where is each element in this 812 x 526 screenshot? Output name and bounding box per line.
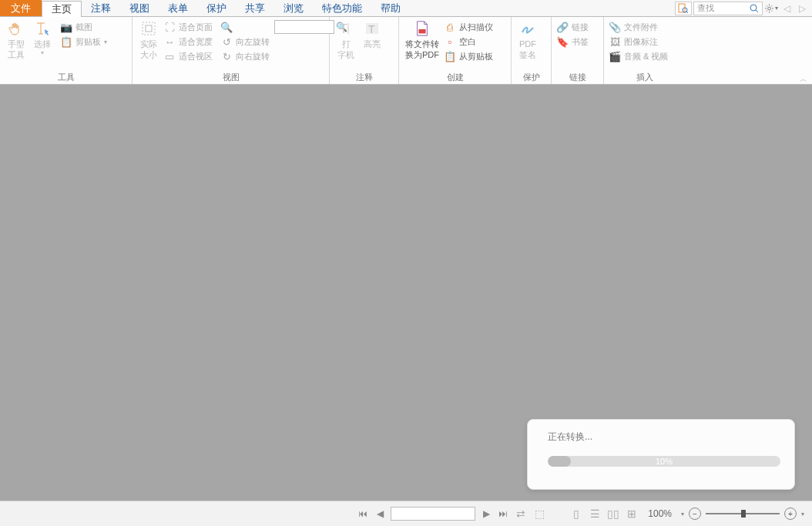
bookmark-label: 书签: [572, 36, 589, 48]
menu-tab-share[interactable]: 共享: [236, 0, 274, 16]
group-label-view: 视图: [136, 70, 326, 84]
gear-icon: [764, 3, 774, 14]
fit-page-label: 适合页面: [179, 22, 213, 33]
zoom-dropdown-icon[interactable]: ▾: [681, 511, 684, 518]
prev-page-button[interactable]: ◀: [374, 508, 386, 520]
nav-back-button[interactable]: ◁: [780, 2, 794, 15]
rotate-right-icon: ↻: [220, 50, 233, 62]
fit-width-button[interactable]: ↔适合宽度: [162, 35, 214, 49]
zoom-menu-icon[interactable]: ▾: [801, 511, 804, 518]
rotate-left-button[interactable]: ↺向左旋转: [219, 35, 271, 49]
document-workspace: 正在转换... 10%: [0, 85, 812, 501]
svg-point-5: [768, 7, 771, 10]
fit-visible-button[interactable]: ▭适合视区: [162, 49, 214, 63]
chevron-down-icon: ▾: [41, 49, 44, 57]
zoom-slider[interactable]: [706, 508, 780, 519]
bookmark-button[interactable]: 🔖书签: [555, 35, 590, 49]
continuous-button[interactable]: ☰: [588, 507, 602, 521]
group-label-links: 链接: [555, 70, 600, 84]
audio-video-button[interactable]: 🎬音频 & 视频: [607, 49, 669, 63]
svg-line-4: [756, 10, 758, 12]
menu-tab-protect[interactable]: 保护: [197, 0, 236, 16]
link-button[interactable]: 🔗链接: [555, 20, 590, 34]
menu-tab-view[interactable]: 视图: [120, 0, 159, 16]
scanner-icon: ⎙: [444, 21, 456, 33]
fit-page-button[interactable]: ⛶适合页面: [162, 20, 214, 34]
pdf-sign-button[interactable]: PDF 签名: [515, 18, 541, 62]
advanced-search-button[interactable]: [675, 2, 692, 15]
single-page-button[interactable]: ▯: [569, 507, 583, 521]
hand-tool-button[interactable]: 手型 工具: [3, 18, 29, 62]
screenshot-label: 截图: [75, 22, 92, 33]
menu-bar: 文件 主页 注释 视图 表单 保护 共享 浏览 特色功能 帮助 查找 ▾ ◁ ▷: [0, 0, 812, 17]
svg-rect-7: [146, 25, 152, 32]
reading-mode-button[interactable]: ⬚: [532, 507, 546, 521]
search-doc-icon: [678, 3, 689, 14]
clipboard-button[interactable]: 📋剪贴板▾: [59, 35, 109, 49]
actual-size-button[interactable]: 实际 大小: [136, 18, 162, 62]
from-clipboard-button[interactable]: 📋从剪贴板: [442, 49, 495, 63]
from-scanner-button[interactable]: ⎙从扫描仪: [442, 20, 495, 34]
blank-label: 空白: [459, 36, 476, 48]
zoom-combo[interactable]: [274, 20, 334, 34]
zoom-out-button[interactable]: −: [689, 508, 701, 520]
svg-rect-12: [418, 29, 425, 33]
rotate-right-button[interactable]: ↻向右旋转: [219, 49, 271, 63]
menu-tab-special[interactable]: 特色功能: [313, 0, 371, 16]
ribbon-collapse-button[interactable]: ︿: [800, 74, 807, 85]
typewriter-button[interactable]: T 打 字机: [333, 18, 359, 62]
select-tool-button[interactable]: 选择 ▾: [29, 18, 55, 59]
pdf-file-icon: [414, 20, 431, 37]
chevron-up-icon: ︿: [800, 75, 807, 83]
blank-button[interactable]: ▫空白: [442, 35, 495, 49]
zoom-slider-thumb[interactable]: [741, 510, 746, 518]
group-label-create: 创建: [402, 70, 508, 84]
next-page-icon: ▶: [483, 508, 490, 519]
highlight-icon: T: [364, 20, 381, 37]
settings-button[interactable]: ▾: [764, 2, 778, 15]
page-number-combo[interactable]: [391, 507, 475, 521]
last-page-icon: ⏭: [498, 508, 508, 519]
reflow-button[interactable]: ⇄: [514, 507, 528, 521]
menu-tab-form[interactable]: 表单: [159, 0, 197, 16]
progress-percent: 10%: [548, 456, 780, 467]
svg-line-2: [686, 12, 688, 13]
last-page-button[interactable]: ⏭: [497, 508, 509, 520]
svg-text:T: T: [340, 22, 347, 35]
chevron-down-icon: ▾: [775, 5, 778, 12]
menu-file[interactable]: 文件: [0, 0, 42, 16]
zoom-out-button[interactable]: 🔍: [219, 20, 271, 34]
typewriter-label: 打 字机: [337, 39, 354, 61]
menu-tab-help[interactable]: 帮助: [371, 0, 410, 16]
menu-tab-browse[interactable]: 浏览: [274, 0, 313, 16]
first-page-button[interactable]: ⏮: [357, 508, 369, 520]
nav-forward-button[interactable]: ▷: [795, 2, 809, 15]
fit-width-label: 适合宽度: [179, 36, 213, 48]
continuous-facing-button[interactable]: ⊞: [625, 507, 639, 521]
ribbon-group-links: 🔗链接 🔖书签 链接: [552, 17, 604, 84]
zoom-level-text: 100%: [643, 508, 676, 519]
ribbon-group-annotate: T 打 字机 T 高亮 注释: [330, 17, 399, 84]
facing-button[interactable]: ▯▯: [606, 507, 620, 521]
svg-point-3: [750, 5, 757, 11]
next-page-button[interactable]: ▶: [480, 508, 492, 520]
ribbon-group-tools: 手型 工具 选择 ▾ 📷截图 📋剪贴板▾ 工具: [0, 17, 133, 84]
file-attachment-button[interactable]: 📎文件附件: [607, 20, 669, 34]
search-input[interactable]: 查找: [693, 2, 763, 15]
group-label-annotate: 注释: [333, 70, 395, 84]
menu-tab-home[interactable]: 主页: [42, 1, 82, 17]
screenshot-button[interactable]: 📷截图: [59, 20, 109, 34]
convert-to-pdf-button[interactable]: 将文件转 换为PDF: [402, 18, 442, 62]
facing-icon: ▯▯: [607, 508, 619, 520]
highlight-button[interactable]: T 高亮: [359, 18, 385, 51]
single-page-icon: ▯: [573, 508, 579, 520]
menu-tab-annotate[interactable]: 注释: [82, 0, 120, 16]
clipboard-icon: 📋: [60, 35, 72, 48]
clipboard-pdf-icon: 📋: [444, 50, 456, 62]
zoom-in-button[interactable]: +: [784, 508, 797, 520]
image-annotation-button[interactable]: 🖼图像标注: [607, 35, 669, 49]
svg-text:T: T: [368, 23, 375, 35]
from-scanner-label: 从扫描仪: [459, 22, 493, 33]
prev-page-icon: ◀: [377, 508, 384, 519]
reflow-icon: ⇄: [516, 508, 525, 520]
